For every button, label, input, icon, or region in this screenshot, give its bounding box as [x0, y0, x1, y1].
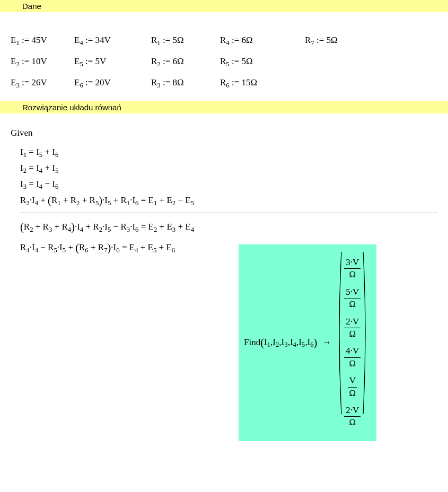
arrow-icon: →: [322, 337, 331, 348]
equation-2: I2 = I4 + I5: [20, 163, 437, 173]
fraction-denominator: Ω: [349, 417, 356, 428]
fraction-numerator: 2·V: [344, 317, 361, 328]
def-E2: E2 := 10V: [11, 51, 74, 72]
equation-4: R2·I4 + (R1 + R2 + R5)·I5 + R1·I6 = E1 +…: [20, 195, 437, 207]
find-arg: I5: [298, 337, 305, 347]
fraction-numerator: 5·V: [344, 287, 361, 298]
solve-block: Given I1 = I5 + I6 I2 = I4 + I5 I3 = I4 …: [0, 120, 448, 449]
equations-list: I1 = I5 + I6 I2 = I4 + I5 I3 = I4 − I6 R…: [20, 147, 437, 254]
equation-1: I1 = I5 + I6: [20, 147, 437, 157]
definitions-table: E1 := 45V E4 := 34V R1 := 5Ω R4 := 6Ω R7…: [11, 30, 368, 93]
def-R5: R5 := 5Ω: [220, 51, 305, 72]
left-paren-icon: [337, 251, 342, 415]
find-arg: I4: [290, 337, 296, 347]
find-arg: I3: [282, 337, 288, 347]
def-R3: R3 := 8Ω: [151, 72, 220, 93]
equation-5: (R2 + R3 + R4)·I4 + R2·I5 − R3·I6 = E2 +…: [20, 221, 437, 233]
definitions-block: E1 := 45V E4 := 34V R1 := 5Ω R4 := 6Ω R7…: [0, 12, 448, 101]
find-call: Find(I1,I2,I3,I4,I5,I6): [244, 337, 317, 349]
equation-3: I3 = I4 − I6: [20, 179, 437, 189]
def-R2: R2 := 6Ω: [151, 51, 220, 72]
section-title: Rozwiązanie układu równań: [22, 103, 121, 112]
vector-cell: 2·VΩ: [344, 405, 361, 428]
find-arg: I1: [264, 337, 270, 347]
def-R7: R7 := 5Ω: [305, 30, 368, 51]
fraction-denominator: Ω: [349, 358, 356, 369]
def-E4: E4 := 34V: [74, 30, 151, 51]
def-E6: E6 := 20V: [74, 72, 151, 93]
fraction-denominator: Ω: [349, 298, 356, 310]
vector-cell: 5·VΩ: [344, 287, 361, 310]
fraction-numerator: 2·V: [344, 405, 361, 417]
def-R4: R4 := 6Ω: [220, 30, 305, 51]
separator-dashed: [20, 212, 437, 213]
vector-cell: 4·VΩ: [344, 346, 361, 369]
find-arg: I2: [273, 337, 279, 347]
result-vector: 3·VΩ5·VΩ2·VΩ4·VΩVΩ2·VΩ: [337, 251, 368, 435]
given-keyword: Given: [11, 128, 437, 138]
vector-cell: VΩ: [344, 375, 361, 399]
fraction-numerator: 4·V: [344, 346, 361, 357]
right-paren-icon: [363, 251, 368, 415]
fraction-numerator: 3·V: [344, 257, 361, 269]
section-header-dane: Dane: [0, 0, 448, 12]
def-E1: E1 := 45V: [11, 30, 74, 51]
fraction-denominator: Ω: [349, 388, 356, 399]
vector-cell: 2·VΩ: [344, 317, 361, 340]
vector-cell: 3·VΩ: [344, 257, 361, 280]
fraction-denominator: Ω: [349, 328, 356, 339]
def-E5: E5 := 5V: [74, 51, 151, 72]
fraction-denominator: Ω: [349, 269, 356, 280]
def-E3: E3 := 26V: [11, 72, 74, 93]
section-title: Dane: [22, 2, 41, 11]
fraction-numerator: V: [348, 375, 357, 387]
find-arg: I6: [307, 337, 313, 347]
def-R1: R1 := 5Ω: [151, 30, 220, 51]
section-header-solution: Rozwiązanie układu równań: [0, 101, 448, 113]
def-R6: R6 := 15Ω: [220, 72, 305, 93]
find-result-region: Find(I1,I2,I3,I4,I5,I6) → 3·VΩ5·VΩ2·VΩ4·…: [239, 244, 376, 441]
